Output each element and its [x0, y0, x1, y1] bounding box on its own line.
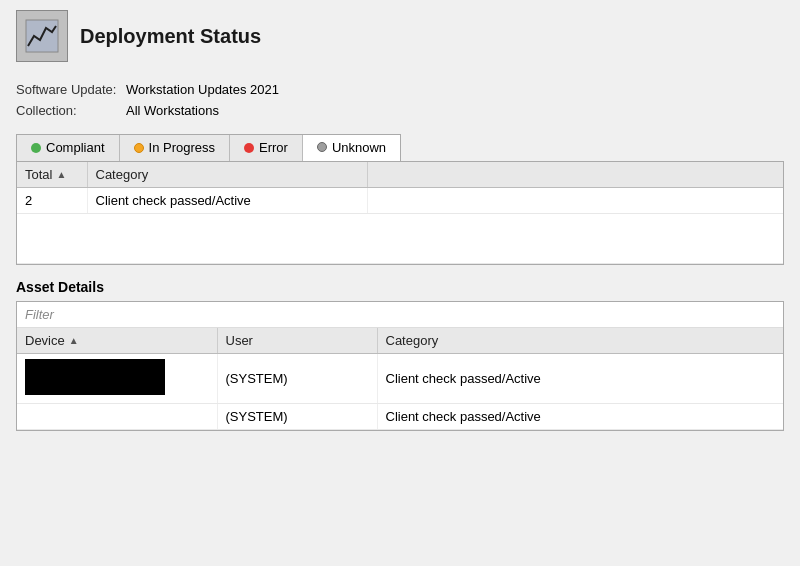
cell-total: 2 [17, 187, 87, 213]
tab-compliant-label: Compliant [46, 140, 105, 155]
col-header-user[interactable]: User [217, 328, 377, 354]
table-row: 2 Client check passed/Active [17, 187, 783, 213]
tab-error[interactable]: Error [230, 135, 303, 161]
meta-info: Software Update: Workstation Updates 202… [16, 80, 784, 122]
meta-software-row: Software Update: Workstation Updates 202… [16, 80, 784, 101]
tab-unknown[interactable]: Unknown [303, 135, 400, 161]
asset-table-header-row: Device ▲ User Category [17, 328, 783, 354]
chart-icon [24, 18, 60, 54]
cell-category: Client check passed/Active [87, 187, 367, 213]
cell-category-1: Client check passed/Active [377, 353, 783, 403]
cell-user-1: (SYSTEM) [217, 353, 377, 403]
page-title: Deployment Status [80, 25, 261, 48]
software-update-label: Software Update: [16, 80, 126, 101]
collection-label: Collection: [16, 101, 126, 122]
header: Deployment Status [16, 10, 784, 70]
asset-table: Device ▲ User Category [17, 328, 783, 430]
cell-device-2 [17, 403, 217, 429]
table-row: (SYSTEM) Client check passed/Active [17, 353, 783, 403]
col-header-total[interactable]: Total ▲ [17, 162, 87, 188]
col-header-category[interactable]: Category [87, 162, 367, 188]
cell-category-2: Client check passed/Active [377, 403, 783, 429]
cell-user-2: (SYSTEM) [217, 403, 377, 429]
col-header-category[interactable]: Category [377, 328, 783, 354]
tab-compliant[interactable]: Compliant [17, 135, 120, 161]
app-icon [16, 10, 68, 62]
meta-collection-row: Collection: All Workstations [16, 101, 784, 122]
device-redacted-1 [25, 359, 165, 395]
asset-panel: Filter Device ▲ User Category [16, 301, 784, 431]
cell-extra [367, 187, 783, 213]
table-row: (SYSTEM) Client check passed/Active [17, 403, 783, 429]
tab-error-label: Error [259, 140, 288, 155]
filter-row: Filter [17, 302, 783, 328]
tab-in-progress-label: In Progress [149, 140, 215, 155]
col-header-device[interactable]: Device ▲ [17, 328, 217, 354]
tab-in-progress[interactable]: In Progress [120, 135, 230, 161]
asset-details-title: Asset Details [16, 279, 784, 295]
summary-table: Total ▲ Category 2 Client check passed/ [17, 162, 783, 264]
tab-unknown-label: Unknown [332, 140, 386, 155]
summary-table-body: 2 Client check passed/Active [17, 187, 783, 263]
dot-red-icon [244, 143, 254, 153]
dot-yellow-icon [134, 143, 144, 153]
asset-table-body: (SYSTEM) Client check passed/Active (SYS… [17, 353, 783, 429]
dot-green-icon [31, 143, 41, 153]
table-row-empty [17, 213, 783, 263]
tabs-container: Compliant In Progress Error Unknown [16, 134, 401, 161]
filter-label: Filter [25, 307, 54, 322]
dot-gray-icon [317, 142, 327, 152]
device-sort-arrow-icon: ▲ [69, 335, 79, 346]
summary-table-container: Total ▲ Category 2 Client check passed/ [17, 162, 783, 264]
main-container: Deployment Status Software Update: Works… [0, 0, 800, 566]
cell-device-1 [17, 353, 217, 403]
sort-arrow-icon: ▲ [56, 169, 66, 180]
empty-cell [17, 213, 783, 263]
collection-value: All Workstations [126, 101, 219, 122]
summary-table-header-row: Total ▲ Category [17, 162, 783, 188]
summary-panel: Total ▲ Category 2 Client check passed/ [16, 161, 784, 265]
software-update-value: Workstation Updates 2021 [126, 80, 279, 101]
col-header-extra [367, 162, 783, 188]
